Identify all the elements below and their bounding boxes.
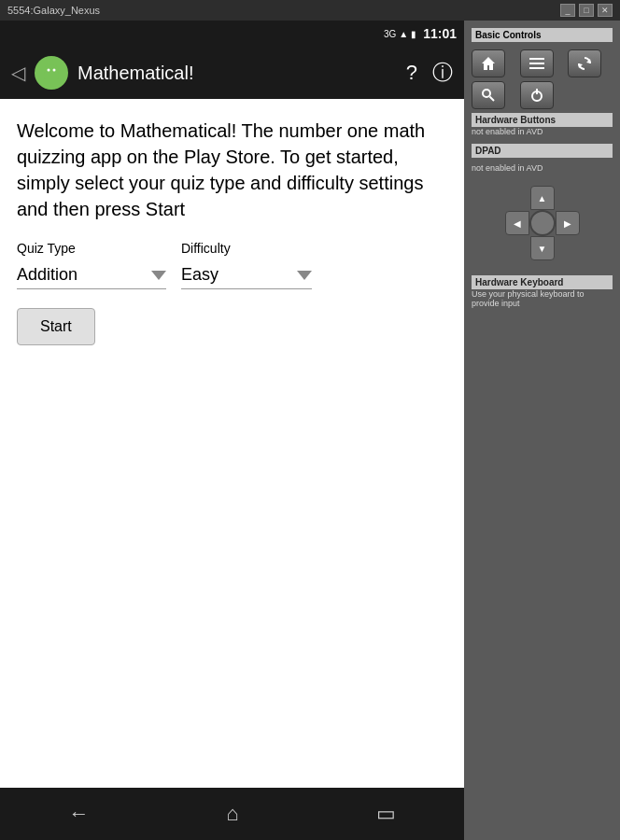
- empty-ctrl: [568, 81, 601, 109]
- dpad-left-button[interactable]: ◀: [505, 211, 529, 235]
- hw-buttons-sub: not enabled in AVD: [472, 127, 542, 136]
- menu-ctrl-button[interactable]: [520, 49, 554, 77]
- difficulty-dropdown[interactable]: Easy: [181, 261, 312, 289]
- rotate-ctrl-button[interactable]: [568, 49, 601, 77]
- basic-controls-grid: [472, 49, 613, 109]
- hw-buttons-title: Hardware Buttons: [472, 113, 613, 127]
- signal-icon: ▲: [399, 29, 408, 39]
- hw-keyboard-section: Hardware Keyboard Use your physical keyb…: [472, 275, 613, 308]
- difficulty-arrow-icon: [297, 271, 312, 280]
- difficulty-group: Difficulty Easy: [181, 241, 312, 289]
- quiz-type-group: Quiz Type Addition: [17, 241, 166, 289]
- nav-home-icon[interactable]: ⌂: [226, 802, 238, 826]
- quiz-type-arrow-icon: [151, 271, 166, 280]
- hw-keyboard-sub: Use your physical keyboard to provide in…: [472, 289, 585, 308]
- svg-point-11: [483, 90, 490, 97]
- help-icon[interactable]: ?: [406, 61, 417, 85]
- status-time: 11:01: [423, 26, 457, 41]
- dpad: ▲ ▼ ◀ ▶: [505, 186, 580, 260]
- welcome-text: Welcome to Mathematical! The number one …: [17, 118, 447, 222]
- start-button[interactable]: Start: [17, 308, 95, 345]
- back-arrow-icon[interactable]: ◁: [11, 62, 25, 84]
- right-panel: Basic Controls Hardware Buttons: [464, 21, 620, 840]
- power-ctrl-button[interactable]: [520, 81, 554, 109]
- dpad-up-button[interactable]: ▲: [530, 186, 555, 210]
- quiz-type-label: Quiz Type: [17, 241, 166, 256]
- svg-rect-8: [529, 67, 544, 69]
- svg-line-12: [490, 97, 495, 102]
- window-controls: _ □ ✕: [560, 4, 613, 17]
- quiz-type-dropdown[interactable]: Addition: [17, 261, 166, 289]
- header-right: ? ⓘ: [406, 59, 453, 87]
- difficulty-value: Easy: [181, 265, 289, 285]
- app-header: ◁ Mathematical! ? ⓘ: [0, 47, 464, 99]
- status-icons: 3G ▲ ▮ 11:01: [384, 26, 457, 41]
- window-titlebar: 5554:Galaxy_Nexus _ □ ✕: [0, 0, 620, 21]
- difficulty-label: Difficulty: [181, 241, 312, 256]
- svg-point-3: [53, 69, 56, 72]
- svg-line-5: [55, 63, 57, 65]
- svg-rect-7: [529, 63, 544, 64]
- quiz-type-value: Addition: [17, 265, 144, 285]
- hardware-buttons-label: Hardware Buttons not enabled in AVD: [472, 113, 613, 136]
- dpad-right-button[interactable]: ▶: [556, 211, 580, 235]
- dpad-sub: not enabled in AVD: [472, 163, 542, 173]
- dpad-label-container: DPAD not enabled in AVD: [472, 144, 613, 175]
- hw-keyboard-title: Hardware Keyboard: [472, 275, 613, 289]
- svg-rect-1: [44, 72, 59, 79]
- info-icon[interactable]: ⓘ: [432, 59, 453, 87]
- maximize-button[interactable]: □: [579, 4, 594, 17]
- app-title: Mathematical!: [78, 63, 194, 84]
- quiz-controls: Quiz Type Addition Difficulty Easy: [17, 241, 447, 289]
- home-ctrl-button[interactable]: [472, 49, 505, 77]
- network-indicator: 3G: [384, 29, 396, 39]
- nav-back-icon[interactable]: ←: [68, 802, 89, 826]
- nav-bar: ← ⌂ ▭: [0, 788, 464, 840]
- status-bar: 3G ▲ ▮ 11:01: [0, 21, 464, 47]
- battery-icon: ▮: [411, 29, 416, 39]
- phone-screen: 3G ▲ ▮ 11:01 ◁: [0, 21, 464, 840]
- app-icon: [35, 56, 68, 90]
- svg-point-2: [48, 69, 50, 72]
- svg-rect-6: [529, 58, 544, 60]
- nav-recents-icon[interactable]: ▭: [376, 802, 396, 826]
- close-button[interactable]: ✕: [598, 4, 613, 17]
- dpad-center-button[interactable]: [529, 210, 556, 236]
- dpad-title: DPAD: [472, 144, 613, 158]
- dpad-container: ▲ ▼ ◀ ▶: [472, 186, 613, 260]
- dpad-down-button[interactable]: ▼: [530, 236, 555, 260]
- svg-line-4: [46, 63, 48, 65]
- minimize-button[interactable]: _: [560, 4, 575, 17]
- search-ctrl-button[interactable]: [472, 81, 505, 109]
- app-content: Welcome to Mathematical! The number one …: [0, 99, 464, 788]
- window-title: 5554:Galaxy_Nexus: [7, 5, 100, 16]
- header-left: ◁ Mathematical!: [11, 56, 194, 90]
- basic-controls-title: Basic Controls: [472, 28, 613, 42]
- emulator-container: 3G ▲ ▮ 11:01 ◁: [0, 21, 620, 840]
